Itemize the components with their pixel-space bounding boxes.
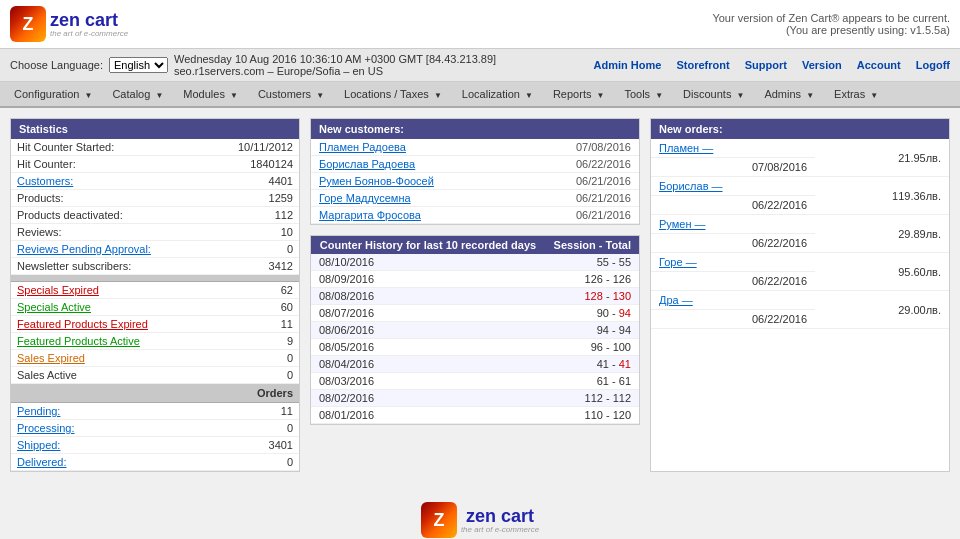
order-date: 06/22/2016 [651,196,815,215]
nav-locations[interactable]: Locations / Taxes ▼ [334,82,452,106]
footer-logo-icon-text: Z [433,510,444,531]
table-row: Дра — 29.00лв. [651,291,949,310]
stats-panel: Statistics Hit Counter Started: 10/11/20… [10,118,300,472]
table-row: Pending: 11 [11,403,299,420]
pending-orders-link[interactable]: Pending: [17,405,60,417]
account-link[interactable]: Account [857,59,901,71]
counter-date-header: Counter History for last 10 recorded day… [311,236,545,254]
nav-extras[interactable]: Extras ▼ [824,82,888,106]
customers-link[interactable]: Customers: [17,175,73,187]
counter-value: 126 - 126 [545,271,639,288]
content: Statistics Hit Counter Started: 10/11/20… [0,108,960,482]
table-row: Featured Products Active 9 [11,333,299,350]
specials-expired-link[interactable]: Specials Expired [17,284,99,296]
table-row: Пламен — 21.95лв. [651,139,949,158]
customer-name: Маргарита Фросова [311,207,524,224]
nav-tools[interactable]: Tools ▼ [614,82,673,106]
table-row: Reviews Pending Approval: 0 [11,241,299,258]
new-orders-body: Пламен — 21.95лв. 07/08/2016 Борислав — … [651,139,949,329]
nav-modules[interactable]: Modules ▼ [173,82,248,106]
nav-reports[interactable]: Reports ▼ [543,82,615,106]
nav-admins[interactable]: Admins ▼ [754,82,824,106]
list-item: 08/10/2016 55 - 55 [311,254,639,271]
stat-value: 3412 [208,258,299,275]
counter-date: 08/01/2016 [311,407,545,424]
sales-expired-link[interactable]: Sales Expired [17,352,85,364]
order-amount: 29.89лв. [815,215,949,253]
featured-expired-link[interactable]: Featured Products Expired [17,318,148,330]
stat-value: 11 [208,403,299,420]
counter-value: 55 - 55 [545,254,639,271]
counter-value: 61 - 61 [545,373,639,390]
nav-configuration[interactable]: Configuration ▼ [4,82,102,106]
counter-date: 08/09/2016 [311,271,545,288]
featured-active-link[interactable]: Featured Products Active [17,335,140,347]
table-row: Specials Active 60 [11,299,299,316]
storefront-link[interactable]: Storefront [676,59,729,71]
nav-catalog[interactable]: Catalog ▼ [102,82,173,106]
stat-label: Featured Products Active [11,333,208,350]
list-item: Маргарита Фросова 06/21/2016 [311,207,639,224]
stat-value: 1840124 [208,156,299,173]
logo: Z zen cart the art of e-commerce [10,6,128,42]
support-link[interactable]: Support [745,59,787,71]
order-amount: 21.95лв. [815,139,949,177]
stat-label: Pending: [11,403,208,420]
stat-value: 62 [208,282,299,299]
customer-date: 06/21/2016 [524,207,639,224]
counter-table: Counter History for last 10 recorded day… [311,236,639,424]
logoff-link[interactable]: Logoff [916,59,950,71]
table-row: Shipped: 3401 [11,437,299,454]
section-header-row [11,275,299,282]
stat-label: Newsletter subscribers: [11,258,208,275]
list-item: 08/07/2016 90 - 94 [311,305,639,322]
nav-discounts[interactable]: Discounts ▼ [673,82,754,106]
shipped-orders-link[interactable]: Shipped: [17,439,60,451]
list-item: 08/03/2016 61 - 61 [311,373,639,390]
top-bar: Z zen cart the art of e-commerce Your ve… [0,0,960,49]
counter-value: 96 - 100 [545,339,639,356]
specials-active-link[interactable]: Specials Active [17,301,91,313]
list-item: Пламен Радоевa 07/08/2016 [311,139,639,156]
customer-name: Борислав Радоевa [311,156,524,173]
table-row: Newsletter subscribers: 3412 [11,258,299,275]
stat-label: Delivered: [11,454,208,471]
nav-customers[interactable]: Customers ▼ [248,82,334,106]
counter-date: 08/06/2016 [311,322,545,339]
version-link[interactable]: Version [802,59,842,71]
stat-value: 112 [208,207,299,224]
language-select[interactable]: English [109,57,168,73]
counter-value: 41 - 41 [545,356,639,373]
stat-value: 1259 [208,190,299,207]
order-date: 07/08/2016 [651,158,815,177]
list-item: Румен Боянов-Фоосей 06/21/2016 [311,173,639,190]
stats-body: Hit Counter Started: 10/11/2012 Hit Coun… [11,139,299,471]
list-item: Горе Маддусемна 06/21/2016 [311,190,639,207]
list-item: 08/05/2016 96 - 100 [311,339,639,356]
stat-value: 60 [208,299,299,316]
stat-label: Specials Expired [11,282,208,299]
processing-orders-link[interactable]: Processing: [17,422,74,434]
footer-logo-container: Z zen cart the art of e-commerce [20,502,940,538]
stat-label: Customers: [11,173,208,190]
nav-localization[interactable]: Localization ▼ [452,82,543,106]
orders-section-header-row: Orders [11,384,299,403]
counter-date: 08/10/2016 [311,254,545,271]
order-date: 06/22/2016 [651,272,815,291]
order-amount: 119.36лв. [815,177,949,215]
admin-home-link[interactable]: Admin Home [594,59,662,71]
delivered-orders-link[interactable]: Delivered: [17,456,67,468]
table-row: Hit Counter Started: 10/11/2012 [11,139,299,156]
logo-area: Z zen cart the art of e-commerce [10,6,128,42]
table-row: Sales Expired 0 [11,350,299,367]
main-panels: Statistics Hit Counter Started: 10/11/20… [10,118,950,472]
datetime-display: Wednesday 10 Aug 2016 10:36:10 AM +0300 … [174,53,496,77]
counter-body: Counter History for last 10 recorded day… [311,236,639,424]
customers-table: Пламен Радоевa 07/08/2016 Борислав Радое… [311,139,639,224]
table-row: Products deactivated: 112 [11,207,299,224]
reviews-pending-link[interactable]: Reviews Pending Approval: [17,243,151,255]
lang-bar: Choose Language: English Wednesday 10 Au… [0,49,960,82]
customer-name: Горе Маддусемна [311,190,524,207]
counter-date: 08/03/2016 [311,373,545,390]
customer-name: Пламен Радоевa [311,139,524,156]
